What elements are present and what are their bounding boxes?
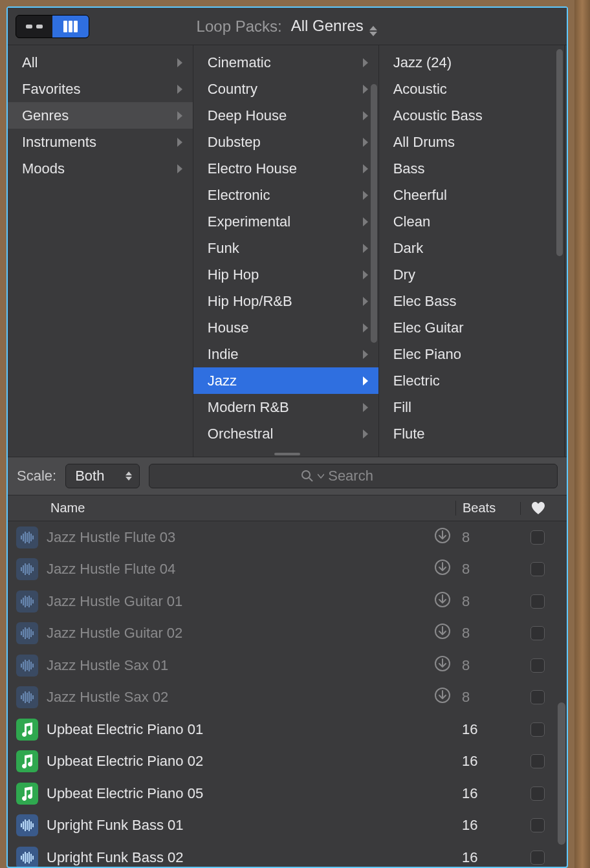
subgenre-item[interactable]: Jazz (24) bbox=[379, 49, 564, 76]
column-header-beats[interactable]: Beats bbox=[455, 501, 520, 515]
column-header-favorite[interactable] bbox=[520, 502, 555, 515]
genre-item[interactable]: Electro House bbox=[193, 155, 378, 182]
results-scrollbar[interactable] bbox=[558, 702, 565, 845]
svg-rect-15 bbox=[21, 567, 22, 571]
result-row[interactable]: Jazz Hustle Sax 01 8 bbox=[8, 649, 567, 682]
button-view-icon bbox=[26, 22, 43, 31]
loop-packs-value: All Genres bbox=[291, 17, 364, 34]
genre-item[interactable]: Indie bbox=[193, 341, 378, 367]
svg-rect-60 bbox=[30, 821, 32, 829]
subgenre-item[interactable]: Acoustic Bass bbox=[379, 102, 564, 129]
result-row[interactable]: Jazz Hustle Flute 03 8 bbox=[8, 521, 567, 554]
chevron-right-icon bbox=[362, 137, 369, 147]
subgenre-item[interactable]: Bass bbox=[379, 155, 564, 182]
genre-label: House bbox=[208, 320, 249, 336]
category-item[interactable]: Genres bbox=[8, 102, 193, 129]
genre-label: Hip Hop/R&B bbox=[208, 293, 292, 310]
loop-type-icon bbox=[16, 622, 38, 644]
category-label: Moods bbox=[22, 160, 65, 177]
category-item[interactable]: Favorites bbox=[8, 76, 193, 102]
subgenre-label: Dark bbox=[393, 240, 423, 257]
search-field[interactable] bbox=[149, 464, 558, 488]
category-item[interactable]: Instruments bbox=[8, 129, 193, 155]
subgenre-item[interactable]: Fill bbox=[379, 394, 564, 420]
download-icon[interactable] bbox=[434, 655, 451, 676]
result-row[interactable]: Jazz Hustle Sax 02 8 bbox=[8, 682, 567, 714]
genre-item[interactable]: Electronic bbox=[193, 182, 378, 208]
category-browser: AllFavoritesGenresInstrumentsMoods Cinem… bbox=[8, 45, 567, 457]
result-row[interactable]: Jazz Hustle Guitar 02 8 bbox=[8, 618, 567, 650]
favorite-checkbox[interactable] bbox=[530, 658, 545, 673]
favorite-checkbox[interactable] bbox=[530, 754, 545, 768]
column-view-icon bbox=[63, 21, 78, 32]
genre-item[interactable]: Country bbox=[193, 76, 378, 102]
genre-item[interactable]: Cinematic bbox=[193, 49, 378, 76]
svg-rect-25 bbox=[25, 596, 26, 607]
genre-item[interactable]: Orchestral bbox=[193, 420, 378, 447]
favorite-checkbox[interactable] bbox=[530, 626, 545, 640]
subgenre-item[interactable]: Dark bbox=[379, 235, 564, 261]
genre-item[interactable]: Deep House bbox=[193, 102, 378, 129]
genre-item[interactable]: House bbox=[193, 314, 378, 341]
favorite-checkbox[interactable] bbox=[530, 594, 545, 609]
favorite-checkbox[interactable] bbox=[530, 562, 545, 576]
column-scrollbar[interactable] bbox=[371, 84, 377, 343]
search-input[interactable] bbox=[328, 468, 406, 484]
favorite-checkbox[interactable] bbox=[530, 530, 545, 545]
subgenre-item[interactable]: Flute bbox=[379, 420, 564, 447]
download-icon[interactable] bbox=[434, 591, 451, 612]
subgenre-item[interactable]: Electric bbox=[379, 367, 564, 394]
subgenre-item[interactable]: Dry bbox=[379, 261, 564, 288]
result-row[interactable]: Upbeat Electric Piano 01 16 bbox=[8, 713, 567, 746]
subgenre-item[interactable]: Elec Guitar bbox=[379, 314, 564, 341]
result-row[interactable]: Upright Funk Bass 01 16 bbox=[8, 810, 567, 842]
svg-rect-55 bbox=[21, 823, 22, 827]
loop-packs-dropdown[interactable]: All Genres bbox=[291, 17, 378, 36]
subgenre-item[interactable]: Cheerful bbox=[379, 182, 564, 208]
category-item[interactable]: All bbox=[8, 49, 193, 76]
favorite-checkbox[interactable] bbox=[530, 818, 545, 832]
favorite-checkbox[interactable] bbox=[530, 690, 545, 704]
download-icon[interactable] bbox=[434, 687, 451, 708]
column-header-name[interactable]: Name bbox=[47, 501, 455, 515]
genre-item[interactable]: Hip Hop bbox=[193, 261, 378, 288]
subgenre-item[interactable]: Acoustic bbox=[379, 76, 564, 102]
genre-item[interactable]: Jazz bbox=[193, 367, 378, 394]
loop-name: Upright Funk Bass 01 bbox=[47, 817, 430, 834]
resize-grabber[interactable] bbox=[274, 453, 300, 455]
chevron-right-icon bbox=[176, 58, 184, 68]
genre-label: Deep House bbox=[208, 107, 287, 124]
result-row[interactable]: Upright Funk Bass 02 16 bbox=[8, 841, 567, 867]
category-item[interactable]: Moods bbox=[8, 155, 193, 182]
download-icon[interactable] bbox=[434, 623, 451, 644]
result-row[interactable]: Jazz Hustle Flute 04 8 bbox=[8, 554, 567, 586]
favorite-checkbox[interactable] bbox=[530, 787, 545, 801]
svg-rect-8 bbox=[23, 534, 24, 541]
button-view-button[interactable] bbox=[16, 16, 52, 38]
genre-item[interactable]: Hip Hop/R&B bbox=[193, 288, 378, 314]
subgenre-item[interactable]: Elec Piano bbox=[379, 341, 564, 367]
chevron-right-icon bbox=[362, 217, 369, 227]
scale-dropdown[interactable]: Both bbox=[65, 464, 140, 488]
genre-item[interactable]: Dubstep bbox=[193, 129, 378, 155]
subgenre-item[interactable]: Elec Bass bbox=[379, 288, 564, 314]
genre-item[interactable]: Experimental bbox=[193, 208, 378, 235]
loop-name: Upbeat Electric Piano 01 bbox=[47, 721, 430, 738]
svg-rect-18 bbox=[27, 565, 28, 574]
loop-type-icon bbox=[16, 526, 38, 548]
favorite-checkbox[interactable] bbox=[530, 722, 545, 737]
result-row[interactable]: Jazz Hustle Guitar 01 8 bbox=[8, 585, 567, 618]
genre-item[interactable]: Funk bbox=[193, 235, 378, 261]
download-icon[interactable] bbox=[434, 559, 451, 580]
subgenre-item[interactable]: All Drums bbox=[379, 129, 564, 155]
genre-item[interactable]: Modern R&B bbox=[193, 394, 378, 420]
result-row[interactable]: Upbeat Electric Piano 02 16 bbox=[8, 746, 567, 778]
download-icon[interactable] bbox=[434, 527, 451, 548]
column-scrollbar[interactable] bbox=[556, 49, 563, 256]
chevron-right-icon bbox=[362, 376, 369, 386]
result-row[interactable]: Upbeat Electric Piano 05 16 bbox=[8, 777, 567, 810]
favorite-checkbox[interactable] bbox=[530, 851, 545, 865]
subgenre-item[interactable]: Clean bbox=[379, 208, 564, 235]
chevron-right-icon bbox=[362, 323, 369, 333]
column-view-button[interactable] bbox=[52, 16, 89, 38]
